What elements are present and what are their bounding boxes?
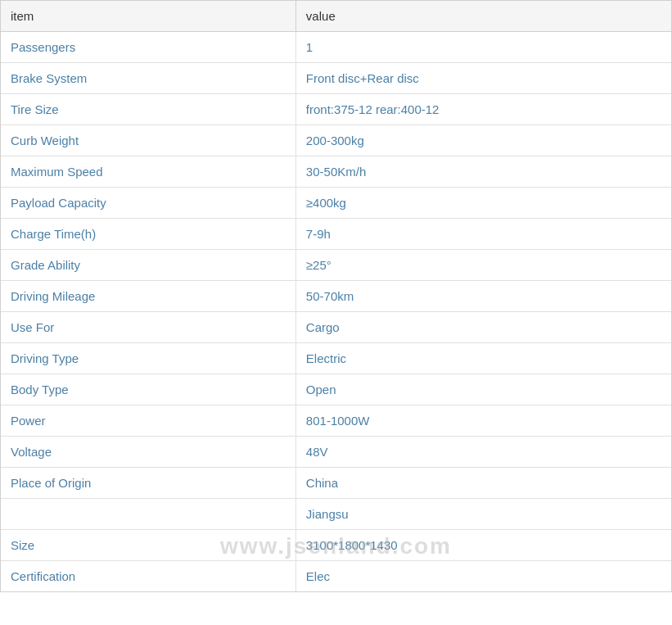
row-item: Passengers bbox=[1, 32, 295, 63]
spec-table: item value Passengers1Brake SystemFront … bbox=[1, 1, 671, 591]
row-item: Driving Mileage bbox=[1, 281, 295, 312]
table-row: Body TypeOpen bbox=[1, 374, 671, 405]
table-row: Tire Sizefront:375-12 rear:400-12 bbox=[1, 94, 671, 125]
row-value: front:375-12 rear:400-12 bbox=[295, 94, 671, 125]
row-value: Open bbox=[295, 374, 671, 405]
header-item: item bbox=[1, 1, 295, 32]
table-header-row: item value bbox=[1, 1, 671, 32]
table-row: Curb Weight200-300kg bbox=[1, 125, 671, 156]
row-item: Power bbox=[1, 405, 295, 437]
row-value: 3100*1800*1430 bbox=[295, 530, 671, 561]
table-row: Passengers1 bbox=[1, 32, 671, 63]
table-row: Use ForCargo bbox=[1, 312, 671, 343]
table-row: Charge Time(h)7-9h bbox=[1, 219, 671, 250]
table-row: Driving TypeElectric bbox=[1, 343, 671, 374]
row-item: Certification bbox=[1, 561, 295, 592]
row-value: 801-1000W bbox=[295, 405, 671, 437]
row-value: 30-50Km/h bbox=[295, 156, 671, 188]
table-row: Power801-1000W bbox=[1, 405, 671, 437]
table-row: Maximum Speed30-50Km/h bbox=[1, 156, 671, 188]
row-item: Payload Capacity bbox=[1, 188, 295, 219]
row-item: Grade Ability bbox=[1, 250, 295, 281]
row-item: Curb Weight bbox=[1, 125, 295, 156]
table-row: Driving Mileage50-70km bbox=[1, 281, 671, 312]
table-row: Payload Capacity≥400kg bbox=[1, 188, 671, 219]
row-item: Maximum Speed bbox=[1, 156, 295, 188]
row-value: 7-9h bbox=[295, 219, 671, 250]
row-value: 50-70km bbox=[295, 281, 671, 312]
row-value: Electric bbox=[295, 343, 671, 374]
row-value: Jiangsu bbox=[295, 499, 671, 530]
table-row: CertificationElec bbox=[1, 561, 671, 592]
row-item: Voltage bbox=[1, 437, 295, 468]
table-row: Jiangsu bbox=[1, 499, 671, 530]
row-value: ≥25° bbox=[295, 250, 671, 281]
row-item: Use For bbox=[1, 312, 295, 343]
row-value: Elec bbox=[295, 561, 671, 592]
row-value: Front disc+Rear disc bbox=[295, 63, 671, 94]
table-row: Size3100*1800*1430 bbox=[1, 530, 671, 561]
row-value: China bbox=[295, 468, 671, 499]
header-value: value bbox=[295, 1, 671, 32]
row-item: Charge Time(h) bbox=[1, 219, 295, 250]
row-item: Size bbox=[1, 530, 295, 561]
row-item: Brake System bbox=[1, 63, 295, 94]
row-value: Cargo bbox=[295, 312, 671, 343]
row-item: Driving Type bbox=[1, 343, 295, 374]
row-item: Place of Origin bbox=[1, 468, 295, 499]
table-row: Brake SystemFront disc+Rear disc bbox=[1, 63, 671, 94]
row-item: Body Type bbox=[1, 374, 295, 405]
row-value: 200-300kg bbox=[295, 125, 671, 156]
row-item bbox=[1, 499, 295, 530]
table-row: Place of OriginChina bbox=[1, 468, 671, 499]
row-item: Tire Size bbox=[1, 94, 295, 125]
spec-table-container: item value Passengers1Brake SystemFront … bbox=[0, 0, 672, 592]
table-row: Voltage48V bbox=[1, 437, 671, 468]
table-row: Grade Ability≥25° bbox=[1, 250, 671, 281]
row-value: ≥400kg bbox=[295, 188, 671, 219]
row-value: 48V bbox=[295, 437, 671, 468]
row-value: 1 bbox=[295, 32, 671, 63]
